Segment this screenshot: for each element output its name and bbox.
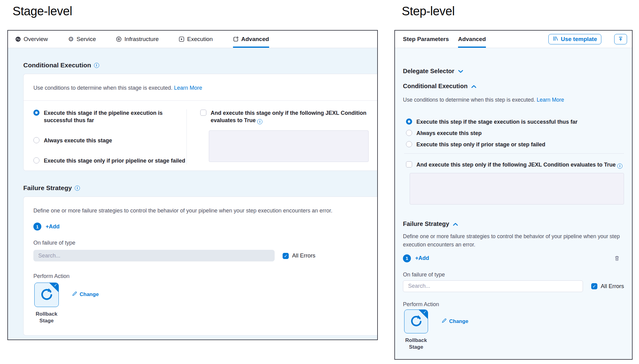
tab-execution[interactable]: Execution (179, 31, 212, 48)
checkbox-icon[interactable] (283, 253, 289, 259)
info-icon[interactable] (94, 63, 99, 68)
strategy-count-badge[interactable]: 1 (403, 254, 411, 262)
radio-label: Execute this stage only if prior pipelin… (44, 157, 185, 164)
change-label: Change (80, 291, 99, 298)
tab-overview[interactable]: Overview (15, 31, 48, 48)
radio-icon[interactable] (33, 110, 39, 116)
chevron-up-icon (471, 83, 476, 90)
rollback-icon (409, 314, 423, 329)
step-tab-bar: Step Parameters Advanced Use template (395, 31, 632, 48)
radio-icon[interactable] (406, 118, 412, 125)
on-failure-label: On failure of type (33, 240, 377, 246)
all-errors-option[interactable]: All Errors (591, 283, 624, 290)
info-icon[interactable] (75, 186, 80, 191)
chevron-up-icon (453, 220, 458, 227)
tab-label: Overview (24, 36, 48, 43)
conditional-description: Use conditions to determine when this st… (33, 84, 377, 91)
jexl-condition-checkbox-row[interactable]: And execute this stage only if the follo… (200, 109, 369, 124)
pencil-icon (442, 318, 447, 325)
overview-icon (15, 36, 21, 42)
check-icon: ✓ (54, 283, 57, 287)
tab-infrastructure[interactable]: Infrastructure (116, 31, 159, 48)
conditional-execution-card: Use conditions to determine when this st… (23, 74, 377, 171)
conditional-description: Use conditions to determine when this st… (403, 96, 624, 104)
failure-strategy-card: Define one or more failure strategies to… (23, 197, 377, 336)
strategy-list-row: 1 +Add (403, 254, 624, 262)
learn-more-link[interactable]: Learn More (537, 97, 564, 103)
info-icon[interactable] (257, 119, 262, 124)
failure-description: Define one or more failure strategies to… (33, 207, 377, 214)
advanced-icon (233, 36, 239, 42)
rollback-stage-tile[interactable]: ✓ (34, 283, 59, 307)
radio-label: Execute this stage if the pipeline execu… (44, 109, 163, 124)
chevron-down-icon (458, 68, 463, 75)
all-errors-label: All Errors (292, 252, 315, 259)
failure-strategy-header: Failure Strategy (23, 184, 377, 192)
stage-advanced-content: Conditional Execution Use conditions to … (8, 48, 377, 340)
radio-icon[interactable] (406, 141, 412, 147)
checkbox-icon[interactable] (406, 161, 412, 167)
radio-icon[interactable] (33, 157, 39, 163)
add-strategy-button[interactable]: +Add (46, 223, 60, 230)
radio-icon[interactable] (406, 130, 412, 136)
all-errors-option[interactable]: All Errors (283, 252, 315, 259)
tab-step-parameters[interactable]: Step Parameters (403, 31, 449, 48)
failure-type-search-input[interactable] (403, 280, 583, 292)
radio-label: Execute this step if the stage execution… (416, 118, 577, 126)
checkbox-icon[interactable] (591, 283, 597, 289)
tab-advanced[interactable]: Advanced (458, 31, 486, 48)
radio-execute-if-failed[interactable]: Execute this step only if prior stage or… (406, 141, 624, 148)
stage-level-panel: Overview ⚙ Service Infrastructure Execut… (7, 30, 378, 340)
radio-label: Always execute this stage (44, 137, 112, 144)
delete-strategy-icon[interactable] (614, 255, 620, 261)
jexl-condition-checkbox-row[interactable]: And execute this step only if the follow… (406, 161, 624, 169)
step-level-title: Step-level (402, 4, 455, 18)
conditional-execution-header[interactable]: Conditional Execution (403, 83, 624, 90)
step-advanced-content: Delegate Selector Conditional Execution … (395, 48, 632, 359)
use-template-button[interactable]: Use template (548, 34, 601, 44)
stage-tab-bar: Overview ⚙ Service Infrastructure Execut… (8, 31, 377, 48)
strategy-count-badge[interactable]: 1 (33, 223, 41, 231)
radio-execute-if-successful[interactable]: Execute this stage if the pipeline execu… (33, 109, 186, 124)
tab-label: Step Parameters (403, 36, 449, 43)
rollback-icon (39, 287, 54, 302)
add-strategy-button[interactable]: +Add (415, 255, 429, 261)
section-title: Failure Strategy (23, 184, 72, 192)
jexl-condition-input[interactable] (209, 130, 369, 162)
learn-more-link[interactable]: Learn More (174, 85, 202, 91)
failure-strategy-header[interactable]: Failure Strategy (403, 220, 624, 227)
info-icon[interactable] (617, 163, 622, 169)
delegate-selector-header[interactable]: Delegate Selector (403, 68, 624, 75)
execution-icon (179, 36, 184, 42)
save-as-template-button[interactable] (614, 34, 627, 44)
change-action-link[interactable]: Change (72, 291, 99, 298)
checkbox-icon[interactable] (200, 110, 206, 116)
radio-execute-if-failed[interactable]: Execute this stage only if prior pipelin… (33, 157, 186, 164)
jexl-condition-label: And execute this step only if the follow… (416, 161, 622, 169)
radio-icon[interactable] (33, 137, 39, 143)
tab-label: Service (77, 36, 96, 43)
radio-always-execute[interactable]: Always execute this step (406, 129, 624, 137)
radio-execute-if-successful[interactable]: Execute this step if the stage execution… (406, 118, 624, 126)
strategy-list-row: 1 +Add (33, 223, 377, 231)
tab-label: Advanced (241, 36, 269, 43)
tab-service[interactable]: ⚙ Service (68, 31, 96, 48)
tab-label: Infrastructure (124, 36, 159, 43)
radio-always-execute[interactable]: Always execute this stage (33, 137, 186, 144)
tab-advanced[interactable]: Advanced (233, 31, 269, 48)
rollback-stage-tile[interactable]: ✓ (404, 310, 428, 333)
use-template-label: Use template (561, 36, 597, 43)
perform-action-label: Perform Action (33, 273, 377, 280)
infrastructure-icon (116, 36, 122, 42)
jexl-condition-input[interactable] (410, 173, 624, 205)
section-title: Conditional Execution (23, 62, 91, 69)
failure-type-search-input[interactable] (33, 250, 275, 261)
section-title: Failure Strategy (403, 220, 449, 227)
pencil-icon (72, 291, 77, 298)
all-errors-label: All Errors (601, 283, 624, 290)
change-label: Change (449, 318, 468, 325)
change-action-link[interactable]: Change (442, 318, 468, 325)
action-name: Rollback Stage (405, 337, 427, 351)
perform-action-label: Perform Action (403, 301, 624, 308)
stage-level-title: Stage-level (13, 4, 72, 18)
